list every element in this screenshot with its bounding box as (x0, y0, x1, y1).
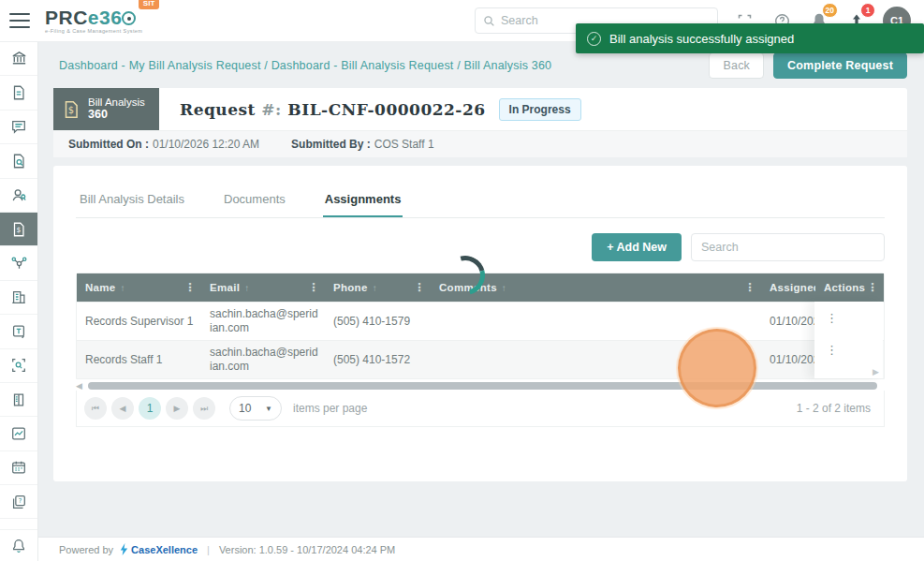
add-new-button[interactable]: + Add New (592, 233, 682, 261)
svg-text:$: $ (17, 226, 22, 234)
sidebar-item-users[interactable] (0, 179, 37, 213)
column-header-assigned[interactable]: Assigned (761, 273, 815, 302)
column-header-email[interactable]: Email↑⋮ (201, 273, 325, 302)
sort-asc-icon: ↑ (121, 283, 125, 293)
chat-icon (10, 118, 27, 135)
pagination-bar: ⏮ ◀ 1 ▶ ⏭ 10▼ items per page 1 - 2 of 2 … (76, 391, 885, 427)
prev-page-button[interactable]: ◀ (111, 397, 134, 420)
hscroll-left-arrow-icon[interactable]: ◀ (76, 381, 82, 391)
logo-tagline: e-Filing & Case Management System (45, 29, 142, 35)
scan-search-icon (10, 357, 27, 374)
request-number-title: Request #: BIL-CNF-0000022-26 (180, 100, 486, 119)
page-number-button[interactable]: 1 (139, 397, 161, 420)
building-icon (10, 288, 27, 305)
sidebar-item-documents[interactable] (0, 76, 37, 110)
workflow-icon (10, 255, 28, 273)
actions-sticky-column: ⋮ ⋮ ▶ (814, 302, 883, 378)
horizontal-scrollbar[interactable]: ◀ (76, 381, 885, 391)
search-icon (483, 15, 495, 27)
row-actions-menu-icon[interactable]: ⋮ (814, 333, 883, 365)
casexellence-brand[interactable]: CaseXellence (119, 543, 198, 555)
sort-asc-icon: ↑ (373, 283, 377, 293)
sidebar-item-scan-search[interactable] (0, 349, 37, 383)
svg-text:?: ? (19, 497, 22, 505)
table-toolbar: + Add New (76, 233, 885, 261)
bank-icon (10, 50, 28, 67)
sort-asc-icon: ↑ (502, 283, 506, 293)
column-header-phone[interactable]: Phone↑⋮ (325, 273, 431, 302)
calendar-icon (10, 459, 27, 476)
notification-count-badge: 20 (822, 3, 838, 18)
column-header-name[interactable]: Name↑⋮ (77, 273, 201, 302)
back-button[interactable]: Back (709, 52, 764, 79)
table-row[interactable]: Records Staff 1 sachin.bacha@speridian.c… (77, 340, 884, 378)
page-size-select[interactable]: 10▼ (229, 396, 282, 421)
svg-text:$: $ (68, 104, 74, 114)
env-badge: SIT (139, 0, 159, 9)
ledger-icon (10, 391, 27, 408)
users-icon (10, 186, 28, 204)
column-menu-icon[interactable]: ⋮ (867, 281, 878, 294)
sidebar-item-bill-analysis[interactable]: $ (0, 213, 37, 246)
file-search-icon (10, 153, 27, 170)
sidebar-item-calendar[interactable] (0, 451, 37, 485)
tab-documents[interactable]: Documents (222, 186, 287, 217)
bill-dollar-icon: $ (61, 99, 81, 120)
app-logo[interactable]: PRCe36 e-Filing & Case Management System… (45, 7, 142, 35)
sidebar-item-bank[interactable] (0, 42, 37, 76)
cell-phone: (505) 410-1579 (325, 303, 431, 340)
document-icon (10, 84, 27, 101)
bill-analysis-360-badge: $ Bill Analysis 360 (53, 88, 159, 130)
sidebar-item-faq[interactable]: ? (0, 485, 37, 519)
complete-request-button[interactable]: Complete Request (773, 52, 907, 79)
column-menu-icon[interactable]: ⋮ (414, 281, 425, 294)
last-page-button[interactable]: ⏭ (193, 397, 215, 420)
sort-asc-icon: ↑ (244, 283, 249, 293)
column-menu-icon[interactable]: ⋮ (744, 281, 755, 294)
success-toast[interactable]: ✓ Bill analysis successfully assigned (576, 23, 924, 53)
help-pages-icon: ? (10, 494, 27, 510)
upload-count-badge: 1 (860, 3, 875, 18)
column-menu-icon[interactable]: ⋮ (184, 281, 196, 294)
cell-email: sachin.bacha@speridian.com (201, 341, 325, 378)
sidebar-item-templates[interactable] (0, 315, 37, 348)
submitted-by: Submitted By :COS Staff 1 (291, 138, 433, 151)
hscroll-right-arrow-icon[interactable]: ▶ (873, 367, 879, 376)
app-footer: Powered by CaseXellence | Version: 1.0.5… (38, 537, 924, 561)
sidebar-item-ledger[interactable] (0, 383, 37, 417)
breadcrumb[interactable]: Dashboard - My Bill Analysis Request / D… (59, 59, 551, 72)
column-menu-icon[interactable]: ⋮ (308, 281, 319, 294)
cell-phone: (505) 410-1572 (325, 341, 431, 378)
column-header-actions[interactable]: Actions⋮ (815, 273, 884, 302)
assignments-table: Name↑⋮ Email↑⋮ Phone↑⋮ Comments↑⋮ Assign… (76, 273, 885, 379)
hamburger-menu-icon[interactable] (9, 13, 30, 28)
sidebar-item-file-search[interactable] (0, 144, 37, 178)
table-row[interactable]: Records Supervisor 1 sachin.bacha@sperid… (77, 302, 884, 340)
request-card: $ Bill Analysis 360 Request #: BIL-CNF-0… (53, 88, 907, 157)
sidebar-item-alerts[interactable] (0, 529, 37, 561)
chart-icon (10, 425, 27, 442)
sidebar-item-messages[interactable] (0, 111, 37, 144)
status-badge: In Progress (499, 98, 581, 121)
sidebar-item-workflow[interactable] (0, 246, 37, 280)
cell-assigned: 01/10/2026 (761, 303, 815, 340)
cell-assigned: 01/10/2026 (761, 341, 815, 378)
toast-message: Bill analysis successfully assigned (609, 32, 794, 46)
submitted-on: Submitted On :01/10/2026 12:20 AM (68, 138, 259, 151)
next-page-button[interactable]: ▶ (166, 397, 188, 420)
tab-assignments[interactable]: Assignments (323, 186, 403, 217)
sidebar-item-reports[interactable] (0, 417, 37, 450)
bill-icon: $ (10, 221, 27, 238)
table-search-input[interactable] (691, 233, 885, 261)
main-content: Dashboard - My Bill Analysis Request / D… (38, 42, 924, 561)
bell-icon (10, 538, 27, 554)
cell-name: Records Supervisor 1 (77, 303, 201, 340)
row-actions-menu-icon[interactable]: ⋮ (814, 302, 883, 333)
first-page-button[interactable]: ⏮ (84, 397, 107, 420)
logo-spiral-icon (122, 11, 136, 25)
hscroll-thumb[interactable] (88, 382, 877, 390)
pagination-summary: 1 - 2 of 2 items (797, 402, 876, 415)
sidebar-item-organization[interactable] (0, 281, 37, 315)
tab-bill-analysis-details[interactable]: Bill Analysis Details (78, 186, 186, 217)
table-body: Records Supervisor 1 sachin.bacha@sperid… (77, 302, 884, 378)
